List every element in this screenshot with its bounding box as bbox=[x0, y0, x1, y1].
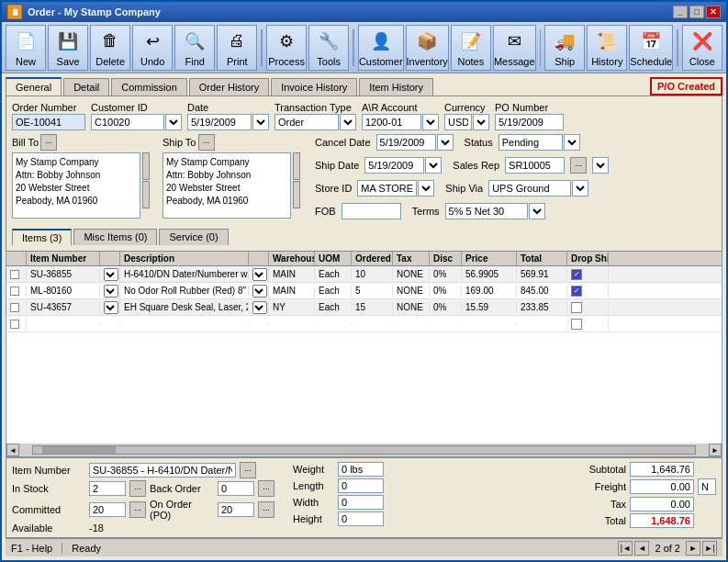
terms-input[interactable] bbox=[445, 203, 528, 219]
row1-selector[interactable] bbox=[6, 269, 27, 280]
ship-to-lookup-button[interactable]: ··· bbox=[198, 134, 215, 151]
row2-select-box[interactable] bbox=[10, 287, 19, 296]
ar-account-input[interactable] bbox=[362, 114, 421, 130]
item-number-lookup-button[interactable]: ··· bbox=[240, 462, 256, 478]
nav-first-button[interactable]: |◄ bbox=[618, 541, 633, 556]
freight-value[interactable] bbox=[630, 479, 694, 494]
maximize-button[interactable]: □ bbox=[689, 6, 704, 18]
date-input[interactable] bbox=[187, 114, 252, 130]
row4-action[interactable] bbox=[100, 323, 120, 325]
message-button[interactable]: ✉ Message bbox=[493, 25, 536, 71]
tab-commission[interactable]: Commission bbox=[111, 78, 187, 96]
customer-button[interactable]: 👤 Customer bbox=[358, 25, 404, 71]
on-order-input[interactable] bbox=[218, 502, 254, 517]
tools-button[interactable]: 🔧 Tools bbox=[308, 25, 349, 71]
sales-rep-lookup-button[interactable]: ··· bbox=[570, 157, 587, 174]
tab-invoice-history[interactable]: Invoice History bbox=[271, 78, 357, 96]
scroll-right-button[interactable]: ► bbox=[709, 444, 722, 456]
delete-button[interactable]: 🗑 Delete bbox=[90, 25, 130, 71]
notes-button[interactable]: 📝 Notes bbox=[451, 25, 491, 71]
row4-select-box[interactable] bbox=[10, 320, 19, 329]
scroll-left-button[interactable]: ◄ bbox=[6, 444, 19, 456]
sub-tab-items[interactable]: Items (3) bbox=[12, 229, 72, 245]
ship-to-scroll-up[interactable] bbox=[293, 152, 300, 180]
close-button[interactable]: ❌ Close bbox=[682, 25, 722, 71]
inventory-button[interactable]: 📦 Inventory bbox=[406, 25, 449, 71]
committed-input[interactable] bbox=[89, 502, 126, 517]
customer-id-input[interactable] bbox=[91, 114, 164, 130]
ship-via-dropdown[interactable]: ▼ bbox=[572, 180, 588, 197]
transaction-type-input[interactable] bbox=[274, 114, 339, 130]
cancel-date-dropdown[interactable]: ▼ bbox=[437, 134, 454, 151]
sales-rep-input[interactable] bbox=[505, 157, 565, 174]
cancel-date-input[interactable] bbox=[376, 134, 436, 151]
ship-button[interactable]: 🚚 Ship bbox=[544, 25, 585, 71]
width-input[interactable] bbox=[338, 495, 384, 510]
row2-drop-checkbox[interactable]: ✓ bbox=[571, 286, 582, 297]
minimize-button[interactable]: _ bbox=[673, 6, 688, 18]
nav-prev-button[interactable]: ◄ bbox=[634, 541, 649, 556]
customer-id-dropdown[interactable]: ▼ bbox=[165, 114, 182, 130]
row3-desc-action[interactable]: ▼ bbox=[249, 300, 269, 315]
row2-selector[interactable] bbox=[6, 286, 27, 297]
bill-to-scroll-up[interactable] bbox=[142, 152, 150, 180]
sub-tab-misc[interactable]: Misc Items (0) bbox=[73, 229, 157, 245]
scrollbar-track[interactable] bbox=[32, 445, 696, 455]
row1-drop-checkbox[interactable]: ✓ bbox=[571, 269, 582, 280]
table-row-empty[interactable] bbox=[6, 316, 722, 332]
row2-action[interactable]: ▼ bbox=[100, 284, 120, 298]
fob-input[interactable] bbox=[342, 203, 401, 219]
sales-rep-dropdown[interactable]: ▼ bbox=[592, 157, 609, 174]
row3-drop-checkbox[interactable] bbox=[571, 302, 582, 313]
ar-account-dropdown[interactable]: ▼ bbox=[422, 114, 439, 130]
row1-select-box[interactable] bbox=[10, 270, 19, 279]
height-input[interactable] bbox=[338, 511, 384, 526]
row3-selector[interactable] bbox=[6, 302, 27, 313]
table-row[interactable]: SU-43657 ▼ EH Square Desk Seal, Laser, 2… bbox=[6, 299, 722, 316]
item-number-detail-input[interactable] bbox=[89, 463, 236, 478]
process-button[interactable]: ⚙ Process bbox=[266, 25, 307, 71]
print-button[interactable]: 🖨 Print bbox=[217, 25, 257, 71]
ship-via-input[interactable] bbox=[488, 180, 571, 197]
row2-desc-action[interactable]: ▼ bbox=[249, 284, 269, 298]
history-button[interactable]: 📜 History bbox=[587, 25, 627, 71]
committed-lookup-button[interactable]: ··· bbox=[129, 501, 146, 518]
order-number-input[interactable] bbox=[12, 114, 85, 130]
scrollbar-thumb[interactable] bbox=[42, 446, 116, 454]
po-number-input[interactable] bbox=[495, 114, 564, 130]
tab-order-history[interactable]: Order History bbox=[189, 78, 269, 96]
row3-action[interactable]: ▼ bbox=[100, 300, 120, 315]
back-order-lookup-button[interactable]: ··· bbox=[258, 480, 274, 497]
currency-dropdown[interactable]: ▼ bbox=[473, 114, 489, 130]
bill-to-scroll-down[interactable] bbox=[142, 181, 150, 208]
nav-next-button[interactable]: ► bbox=[686, 541, 700, 556]
tab-detail[interactable]: Detail bbox=[63, 78, 109, 96]
table-row[interactable]: ML-80160 ▼ No Odor Roll Rubber (Red) 8" … bbox=[6, 283, 722, 299]
in-stock-lookup-button[interactable]: ··· bbox=[129, 480, 146, 497]
sub-tab-service[interactable]: Service (0) bbox=[159, 229, 228, 245]
length-input[interactable] bbox=[338, 478, 384, 493]
ship-date-dropdown[interactable]: ▼ bbox=[425, 157, 442, 174]
row4-selector[interactable] bbox=[6, 319, 27, 330]
table-row[interactable]: SU-36855 ▼ H-6410/DN Dater/Numberer with… bbox=[6, 266, 722, 283]
find-button[interactable]: 🔍 Find bbox=[174, 25, 215, 71]
terms-dropdown[interactable]: ▼ bbox=[529, 203, 545, 219]
row1-desc-action[interactable]: ▼ bbox=[249, 267, 269, 282]
ship-to-scroll-down[interactable] bbox=[293, 181, 300, 208]
schedule-button[interactable]: 📅 Schedule bbox=[629, 25, 673, 71]
bill-to-lookup-button[interactable]: ··· bbox=[40, 134, 57, 151]
save-button[interactable]: 💾 Save bbox=[48, 25, 88, 71]
store-id-input[interactable] bbox=[357, 180, 417, 197]
ship-date-input[interactable] bbox=[364, 157, 424, 174]
row3-select-box[interactable] bbox=[10, 303, 19, 312]
store-id-dropdown[interactable]: ▼ bbox=[418, 180, 434, 197]
row1-action[interactable]: ▼ bbox=[100, 267, 120, 282]
on-order-lookup-button[interactable]: ··· bbox=[258, 501, 274, 518]
weight-input[interactable] bbox=[338, 462, 384, 477]
undo-button[interactable]: ↩ Undo bbox=[132, 25, 173, 71]
horizontal-scrollbar[interactable]: ◄ ► bbox=[6, 444, 722, 456]
transaction-type-dropdown[interactable]: ▼ bbox=[340, 114, 356, 130]
tab-item-history[interactable]: Item History bbox=[359, 78, 433, 96]
new-button[interactable]: 📄 New bbox=[6, 25, 46, 71]
status-input[interactable] bbox=[498, 134, 563, 151]
